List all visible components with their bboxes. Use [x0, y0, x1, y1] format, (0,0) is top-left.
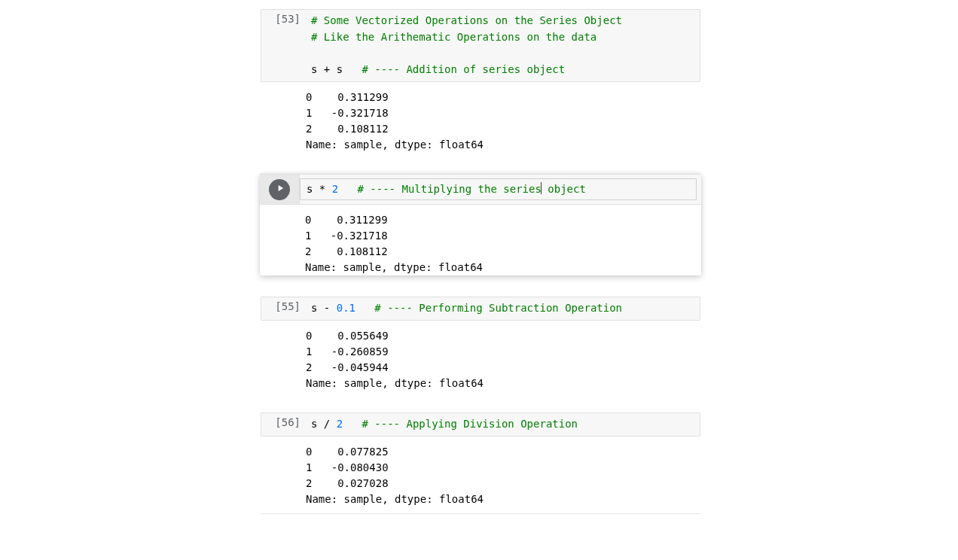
- code-editor[interactable]: s - 0.1 # ---- Performing Subtraction Op…: [305, 297, 700, 320]
- code-comment: # ---- Performing Subtraction Operation: [374, 302, 622, 314]
- cell-output: 0 0.077825 1 -0.080430 2 0.027028 Name: …: [300, 444, 700, 507]
- code-expression: s /: [311, 418, 337, 430]
- notebook-container: [53] # Some Vectorized Operations on the…: [261, 9, 700, 514]
- code-spacing: [338, 183, 357, 195]
- input-row[interactable]: [56] s / 2 # ---- Applying Division Oper…: [261, 412, 700, 437]
- code-comment: object: [542, 183, 586, 195]
- code-expression: s -: [311, 302, 337, 314]
- code-cell-active: s * 2 # ---- Multiplying the series obje…: [260, 174, 701, 276]
- cell-output: 0 0.311299 1 -0.321718 2 0.108112 Name: …: [300, 90, 700, 153]
- execution-count-label: [55]: [261, 297, 305, 315]
- output-row: 0 0.311299 1 -0.321718 2 0.108112 Name: …: [261, 82, 700, 153]
- input-row[interactable]: s * 2 # ---- Multiplying the series obje…: [260, 174, 701, 205]
- code-comment: # Some Vectorized Operations on the Seri…: [311, 14, 622, 26]
- code-editor[interactable]: s / 2 # ---- Applying Division Operation: [305, 413, 700, 436]
- code-expression: s + s: [311, 63, 362, 75]
- code-cell-53: [53] # Some Vectorized Operations on the…: [261, 9, 700, 153]
- cell-output: 0 0.311299 1 -0.321718 2 0.108112 Name: …: [299, 212, 701, 275]
- output-row: 0 0.055649 1 -0.260859 2 -0.045944 Name:…: [261, 321, 700, 391]
- code-cell-56: [56] s / 2 # ---- Applying Division Oper…: [261, 412, 700, 514]
- code-comment: # Like the Arithematic Operations on the…: [311, 31, 596, 43]
- code-editor[interactable]: # Some Vectorized Operations on the Seri…: [305, 10, 700, 81]
- code-cell-55: [55] s - 0.1 # ---- Performing Subtracti…: [261, 297, 700, 391]
- code-number-literal: 2: [337, 418, 343, 430]
- run-cell-gutter: [260, 175, 300, 205]
- code-comment: # ---- Addition of series object: [362, 63, 565, 75]
- output-row: 0 0.077825 1 -0.080430 2 0.027028 Name: …: [261, 437, 700, 507]
- code-number-literal: 0.1: [337, 302, 355, 314]
- execution-count-label: [53]: [261, 10, 305, 28]
- input-row[interactable]: [53] # Some Vectorized Operations on the…: [261, 9, 700, 82]
- output-row: 0 0.311299 1 -0.321718 2 0.108112 Name: …: [260, 205, 701, 275]
- input-row[interactable]: [55] s - 0.1 # ---- Performing Subtracti…: [261, 297, 700, 321]
- text-caret: [541, 182, 542, 193]
- cell-output: 0 0.055649 1 -0.260859 2 -0.045944 Name:…: [300, 328, 700, 391]
- code-comment: # ---- Multiplying the series: [357, 183, 541, 195]
- run-button[interactable]: [269, 179, 290, 200]
- code-expression: s *: [307, 183, 332, 195]
- play-icon: [273, 183, 285, 196]
- code-number-literal: 2: [332, 183, 338, 195]
- execution-count-label: [56]: [261, 413, 305, 431]
- code-comment: # ---- Applying Division Operation: [362, 418, 578, 430]
- code-spacing: [343, 418, 362, 430]
- code-spacing: [355, 302, 374, 314]
- code-editor[interactable]: s * 2 # ---- Multiplying the series obje…: [300, 178, 697, 201]
